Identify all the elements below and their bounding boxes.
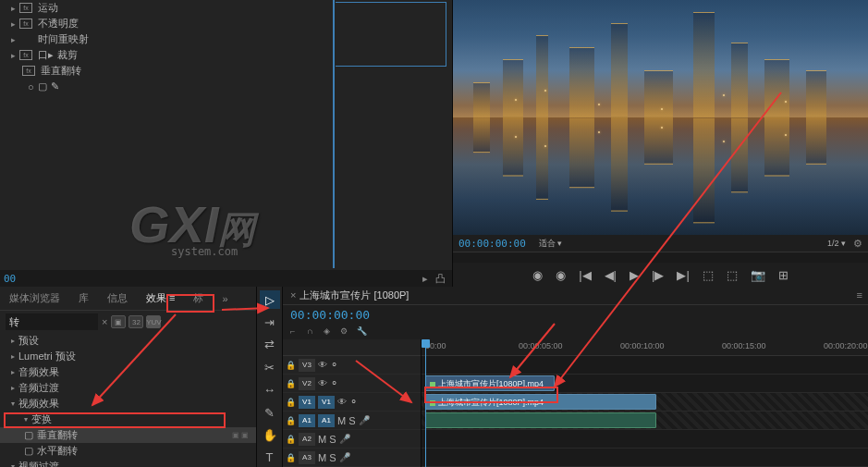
- ec-label: 运动: [38, 1, 58, 15]
- ec-nav-prev-icon[interactable]: ▸: [419, 272, 432, 285]
- snap-icon[interactable]: ⌐: [290, 326, 303, 338]
- transport-controls: ◉ ◉ |◀ ◀| ▶ |▶ ▶| ⬚ ⬚ 📷 ⊞: [453, 263, 868, 287]
- track-v3[interactable]: [422, 356, 868, 375]
- step-back-icon[interactable]: ◀|: [605, 268, 617, 282]
- track-header-a3[interactable]: 🔒A3MS🎤: [283, 449, 421, 467]
- tab-library[interactable]: 库: [75, 288, 92, 309]
- tab-effects[interactable]: 效果 ≡: [142, 288, 178, 309]
- clear-search-icon[interactable]: ×: [102, 316, 107, 327]
- ec-label: 垂直翻转: [41, 64, 81, 78]
- effects-search-input[interactable]: [6, 313, 98, 330]
- track-a1[interactable]: [422, 412, 868, 430]
- track-headers: 🔒V3👁⚬ 🔒V2👁⚬ 🔒V1V1👁⚬ 🔒A1A1MS🎤 🔒A2MS🎤 🔒A3M…: [283, 339, 422, 467]
- track-a3[interactable]: [422, 449, 868, 467]
- resolution-dropdown[interactable]: 1/2 ▾: [824, 238, 850, 249]
- sequence-tab[interactable]: 上海城市宣传片 [1080P]: [300, 289, 409, 302]
- vertical-flip-effect[interactable]: ▢垂直翻转▣ ▣: [0, 427, 256, 443]
- transform-folder[interactable]: ▾变换: [0, 412, 256, 427]
- lift-icon[interactable]: ⬚: [703, 268, 714, 282]
- horizontal-flip-effect[interactable]: ▢水平翻转: [0, 443, 256, 459]
- track-header-v2[interactable]: 🔒V2👁⚬: [283, 375, 421, 393]
- type-tool-icon[interactable]: T: [260, 449, 280, 467]
- export-frame-icon[interactable]: 📷: [751, 268, 765, 282]
- clip-v2[interactable]: 上海城市宣传片[1080P].mp4: [425, 375, 555, 391]
- audio-fx-folder[interactable]: ▸音频效果: [0, 364, 256, 380]
- preset-folder[interactable]: ▸预设: [0, 333, 256, 349]
- sequence-close-icon[interactable]: ×: [290, 289, 296, 301]
- mark-out-icon[interactable]: ◉: [556, 268, 566, 282]
- selection-tool-icon[interactable]: ▷: [260, 290, 280, 309]
- ripple-tool-icon[interactable]: ⇄: [260, 336, 280, 354]
- mark-in-icon[interactable]: ◉: [532, 268, 543, 282]
- filter-32bit-icon[interactable]: 32: [128, 315, 143, 328]
- tab-media-browser[interactable]: 媒体浏览器: [6, 288, 64, 309]
- program-timecode[interactable]: 00:00:00:00: [458, 238, 526, 250]
- link-icon[interactable]: ∩: [307, 326, 320, 338]
- clip-v1[interactable]: 上海城市宣传片[1080P].mp4: [425, 394, 656, 410]
- track-header-v3[interactable]: 🔒V3👁⚬: [283, 356, 421, 375]
- play-icon[interactable]: ▶: [630, 268, 639, 282]
- mic-icon[interactable]: 🎤: [339, 452, 350, 462]
- timeline-options: ⌐ ∩ ◈ ⚙ 🔧: [283, 325, 868, 339]
- settings-icon[interactable]: ⚙: [853, 238, 862, 250]
- slip-tool-icon[interactable]: ↔: [260, 381, 280, 399]
- wrench-icon[interactable]: 🔧: [357, 326, 370, 338]
- ec-mask-tools[interactable]: ○▢✎: [0, 79, 452, 94]
- lumetri-folder[interactable]: ▸Lumetri 预设: [0, 349, 256, 364]
- rect-icon[interactable]: ▢: [38, 80, 47, 92]
- hand-tool-icon[interactable]: ✋: [260, 425, 280, 444]
- track-header-a2[interactable]: 🔒A2MS🎤: [283, 430, 421, 449]
- tab-info[interactable]: 信息: [104, 288, 131, 309]
- step-forward-icon[interactable]: |▶: [652, 268, 664, 282]
- go-to-out-icon[interactable]: ▶|: [677, 268, 689, 282]
- pm-timebar: 00:00:00:00 适合 ▾ 1/2 ▾ ⚙: [453, 235, 868, 252]
- program-monitor: 00:00:00:00 适合 ▾ 1/2 ▾ ⚙ ◉ ◉ |◀ ◀| ▶ |▶ …: [453, 0, 868, 287]
- mic-icon[interactable]: 🎤: [359, 415, 370, 425]
- ec-time: 00: [4, 273, 16, 285]
- track-v1[interactable]: 上海城市宣传片[1080P].mp4: [422, 393, 868, 412]
- tab-markers[interactable]: 标: [189, 288, 207, 309]
- comparison-icon[interactable]: ⊞: [778, 268, 789, 282]
- timeline-timecode[interactable]: 00:00:00:00: [290, 308, 370, 322]
- ec-label: 裁剪: [57, 48, 78, 62]
- tab-overflow[interactable]: »: [218, 289, 231, 308]
- timeline-tools: ▷ ⇥ ⇄ ✂ ↔ ✎ ✋ T: [257, 287, 283, 467]
- pen-icon[interactable]: ✎: [51, 80, 59, 92]
- razor-tool-icon[interactable]: ✂: [260, 358, 280, 376]
- timeline-ruler[interactable]: 00:00 00:00:05:00 00:00:10:00 00:00:15:0…: [422, 339, 868, 356]
- filter-accelerated-icon[interactable]: ▣: [111, 315, 126, 328]
- filter-yuv-icon[interactable]: YUV: [146, 315, 161, 328]
- mic-icon[interactable]: 🎤: [339, 434, 350, 444]
- track-select-tool-icon[interactable]: ⇥: [260, 313, 280, 331]
- watermark-sub: system.com: [171, 245, 238, 258]
- ec-label: 时间重映射: [38, 32, 89, 46]
- audio-trans-folder[interactable]: ▸音频过渡: [0, 380, 256, 396]
- track-header-a1[interactable]: 🔒A1A1MS🎤: [283, 412, 421, 430]
- track-a2[interactable]: [422, 430, 868, 449]
- program-scrubber[interactable]: [453, 252, 868, 263]
- ellipse-icon[interactable]: ○: [28, 81, 34, 92]
- pen-tool-icon[interactable]: ✎: [260, 403, 280, 422]
- track-header-v1[interactable]: 🔒V1V1👁⚬: [283, 393, 421, 412]
- video-fx-folder[interactable]: ▾视频效果: [0, 396, 256, 412]
- video-trans-folder[interactable]: ▾视频过渡: [0, 459, 256, 467]
- effects-tree[interactable]: ▸预设 ▸Lumetri 预设 ▸音频效果 ▸音频过渡 ▾视频效果 ▾变换 ▢垂…: [0, 333, 256, 467]
- ec-nav-next-icon[interactable]: 凸: [434, 272, 446, 285]
- clip-a1[interactable]: [425, 412, 656, 428]
- playhead[interactable]: [425, 339, 426, 467]
- timeline-panel: ▷ ⇥ ⇄ ✂ ↔ ✎ ✋ T × 上海城市宣传片 [1080P] ≡ 00:0…: [257, 287, 868, 467]
- track-v2[interactable]: 上海城市宣传片[1080P].mp4: [422, 375, 868, 393]
- effect-controls-panel: ▸fx运动 ▸fx不透明度 ▸时间重映射 ▸fx口▸裁剪 fx垂直翻转 ○▢✎ …: [0, 0, 453, 287]
- effects-search-row: × ▣ 32 YUV: [0, 311, 256, 333]
- effect-controls-list: ▸fx运动 ▸fx不透明度 ▸时间重映射 ▸fx口▸裁剪 fx垂直翻转 ○▢✎: [0, 0, 452, 270]
- timeline-header: × 上海城市宣传片 [1080P] ≡: [283, 287, 868, 305]
- ec-bottom-bar: 00 ▸ 凸: [0, 270, 452, 287]
- marker-icon[interactable]: ◈: [324, 326, 336, 338]
- fit-dropdown[interactable]: 适合 ▾: [535, 237, 567, 251]
- go-to-in-icon[interactable]: |◀: [579, 268, 591, 282]
- program-viewer[interactable]: [453, 0, 868, 235]
- sequence-menu-icon[interactable]: ≡: [857, 289, 862, 301]
- settings-icon[interactable]: ⚙: [340, 326, 353, 338]
- timeline-tracks[interactable]: 00:00 00:00:05:00 00:00:10:00 00:00:15:0…: [422, 339, 868, 467]
- extract-icon[interactable]: ⬚: [727, 268, 738, 282]
